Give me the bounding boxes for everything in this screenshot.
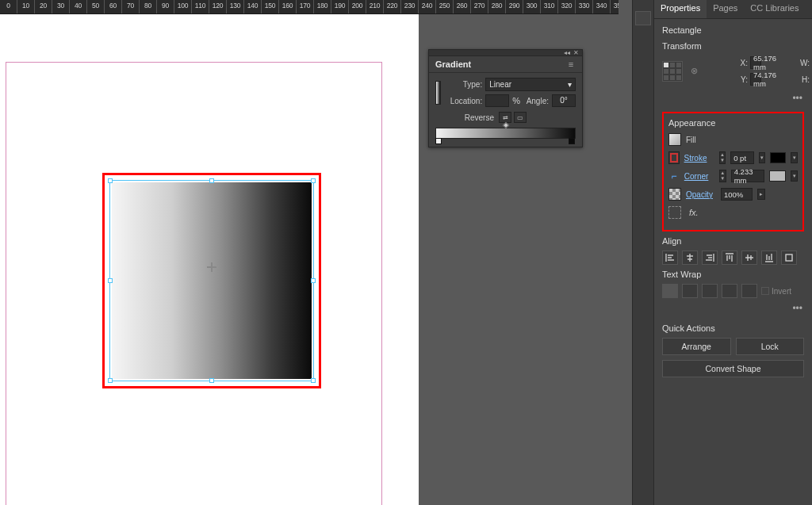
resize-handle[interactable] <box>311 178 316 183</box>
svg-rect-0 <box>786 254 792 261</box>
gradient-ramp[interactable] <box>435 128 576 139</box>
more-options-icon[interactable]: ••• <box>662 301 804 319</box>
opacity-label[interactable]: Opacity <box>686 190 716 199</box>
textwrap-jump-button[interactable] <box>722 284 737 298</box>
fill-label[interactable]: Fill <box>686 136 716 144</box>
textwrap-jumpnext-button[interactable] <box>741 284 757 298</box>
align-hcenter-button[interactable] <box>682 251 698 265</box>
align-buttons <box>662 251 804 265</box>
corner-stepper[interactable]: ▲▼ <box>719 170 726 182</box>
tab-cc-libraries[interactable]: CC Libraries <box>744 0 805 18</box>
tutorial-highlight-appearance: Appearance Fill Stroke ▲▼ 0 pt ▾ ▾ ⌐ Co <box>662 112 804 231</box>
gradient-type-value: Linear <box>489 80 511 89</box>
gradient-type-select[interactable]: Linear ▾ <box>485 78 576 91</box>
align-vcenter-button[interactable] <box>741 251 757 265</box>
link-icon[interactable]: ⊗ <box>688 59 699 83</box>
resize-handle[interactable] <box>209 178 214 183</box>
textwrap-shape-button[interactable] <box>702 284 718 298</box>
corner-shape-dd[interactable]: ▾ <box>791 170 798 182</box>
transform-title: Transform <box>662 41 804 51</box>
tab-pages[interactable]: Pages <box>707 0 744 18</box>
selection-type: Rectangle <box>662 25 804 35</box>
selection-bounds[interactable] <box>109 180 314 381</box>
y-label: Y: <box>702 75 748 84</box>
more-options-icon[interactable]: ••• <box>662 91 804 109</box>
panel-close-icon[interactable]: ✕ <box>573 49 579 56</box>
align-title: Align <box>662 236 804 246</box>
textwrap-none-button[interactable] <box>662 284 678 298</box>
fill-swatch[interactable] <box>668 133 681 146</box>
properties-panel: Properties Pages CC Libraries Rectangle … <box>654 0 812 505</box>
x-label: X: <box>702 59 748 67</box>
chevron-down-icon: ▾ <box>568 80 572 89</box>
gradient-stop[interactable] <box>569 138 576 146</box>
type-label: Type: <box>446 80 482 89</box>
angle-field[interactable]: 0° <box>552 94 576 107</box>
lock-button[interactable]: Lock <box>736 338 805 355</box>
resize-handle[interactable] <box>311 278 316 283</box>
stroke-stepper[interactable]: ▲▼ <box>719 151 726 164</box>
resize-handle[interactable] <box>108 378 113 383</box>
panel-tabs: Properties Pages CC Libraries <box>654 0 812 19</box>
align-right-button[interactable] <box>702 251 718 265</box>
opacity-dd[interactable]: ▸ <box>757 189 765 200</box>
angle-label: Angle: <box>523 97 549 105</box>
w-label: W: <box>764 59 810 67</box>
dock-icon[interactable] <box>635 11 651 25</box>
arrange-button[interactable]: Arrange <box>662 338 731 355</box>
align-to-button[interactable] <box>781 251 797 265</box>
stroke-style-dd[interactable]: ▾ <box>791 152 798 163</box>
ruler-horizontal[interactable]: 0102030405060708090100110120130140150160… <box>0 0 619 14</box>
pct-label: % <box>512 96 520 105</box>
quickactions-title: Quick Actions <box>662 323 804 333</box>
convert-shape-button[interactable]: Convert Shape <box>662 360 804 377</box>
gradient-panel[interactable]: ◂◂ ✕ Gradient ≡ Type: Linear ▾ Location:… <box>428 49 583 147</box>
gradient-midpoint-handle[interactable] <box>502 122 508 128</box>
gradient-swatch-button[interactable]: ▭ <box>514 112 527 123</box>
align-top-button[interactable] <box>722 251 737 265</box>
panel-collapse-icon[interactable]: ◂◂ <box>564 49 570 56</box>
reverse-label: Reverse <box>435 113 494 122</box>
location-field[interactable] <box>485 94 509 107</box>
panel-dragbar[interactable]: ◂◂ ✕ <box>429 50 582 56</box>
stroke-label[interactable]: Stroke <box>684 154 714 163</box>
invert-label: Invert <box>772 287 791 296</box>
fx-label[interactable]: fx. <box>689 208 699 217</box>
checkbox-icon[interactable] <box>761 287 769 295</box>
stroke-style-swatch[interactable] <box>770 152 786 163</box>
gradient-preview-swatch[interactable] <box>435 81 441 105</box>
stroke-weight-field[interactable]: 0 pt <box>730 151 753 164</box>
resize-handle[interactable] <box>108 178 113 183</box>
textwrap-invert[interactable]: Invert <box>761 287 791 296</box>
align-left-button[interactable] <box>662 251 678 265</box>
appearance-title: Appearance <box>668 118 798 128</box>
frame-fit-icon[interactable] <box>668 206 681 219</box>
opacity-icon <box>668 188 681 201</box>
dock-icon-column <box>633 0 654 505</box>
gradient-stop[interactable] <box>435 138 443 146</box>
stroke-weight-dd[interactable]: ▾ <box>759 152 766 163</box>
resize-handle[interactable] <box>209 378 214 383</box>
corner-icon: ⌐ <box>668 170 680 182</box>
stroke-swatch[interactable] <box>668 151 680 164</box>
y-field[interactable]: 74.176 mm <box>750 73 761 86</box>
corner-label[interactable]: Corner <box>684 172 714 181</box>
opacity-field[interactable]: 100% <box>721 188 753 201</box>
reference-point-grid[interactable] <box>662 61 683 82</box>
resize-handle[interactable] <box>311 378 316 383</box>
location-label: Location: <box>446 97 482 105</box>
align-bottom-button[interactable] <box>761 251 777 265</box>
h-label: H: <box>764 75 810 84</box>
textwrap-bbox-button[interactable] <box>682 284 698 298</box>
x-field[interactable]: 65.176 mm <box>750 56 761 69</box>
resize-handle[interactable] <box>108 278 113 283</box>
panel-menu-icon[interactable]: ≡ <box>566 59 576 69</box>
panel-title: Gradient <box>435 59 471 69</box>
corner-shape-swatch[interactable] <box>769 170 786 182</box>
corner-field[interactable]: 4.233 mm <box>731 170 764 182</box>
textwrap-title: Text Wrap <box>662 270 804 279</box>
tab-properties[interactable]: Properties <box>654 0 707 18</box>
